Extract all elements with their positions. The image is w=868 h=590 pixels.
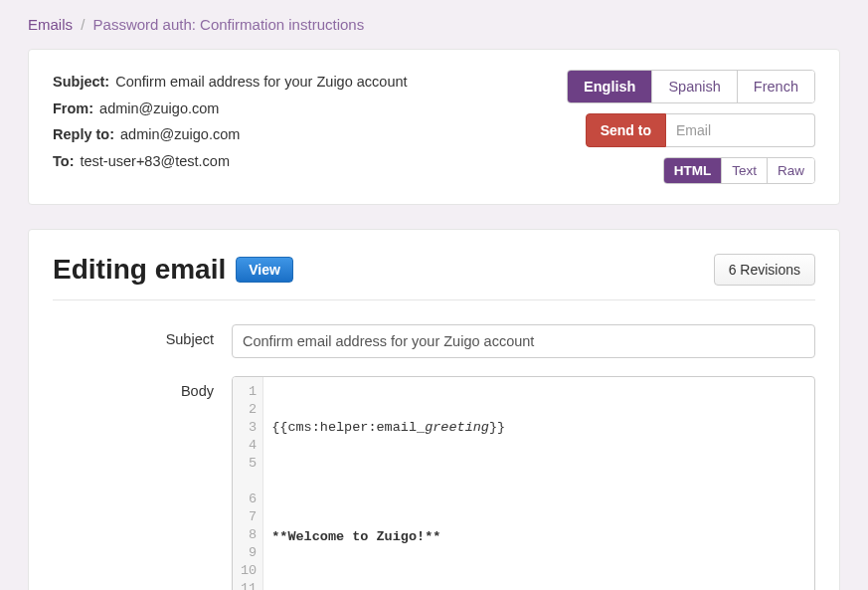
subject-input[interactable] <box>232 324 815 358</box>
send-to-row: Send to <box>586 113 815 147</box>
reply-to-value: admin@zuigo.com <box>120 126 240 142</box>
tab-raw[interactable]: Raw <box>768 158 814 183</box>
tab-spanish[interactable]: Spanish <box>652 71 737 102</box>
email-header-card: Subject:Confirm email address for your Z… <box>28 49 840 205</box>
from-label: From: <box>53 100 93 116</box>
subject-field-label: Subject <box>53 324 232 347</box>
breadcrumb-current: Password auth: Confirmation instructions <box>93 16 365 33</box>
breadcrumb-sep: / <box>81 16 85 33</box>
to-value: test-user+83@test.com <box>80 153 230 169</box>
body-field-label: Body <box>53 376 232 399</box>
tab-html[interactable]: HTML <box>664 158 723 183</box>
breadcrumb: Emails / Password auth: Confirmation ins… <box>28 16 840 33</box>
reply-to-label: Reply to: <box>53 126 114 142</box>
subject-value: Confirm email address for your Zuigo acc… <box>115 74 407 90</box>
view-button[interactable]: View <box>236 257 293 283</box>
subject-row: Subject <box>53 324 815 358</box>
body-code[interactable]: {{cms:helper:email_greeting}} **Welcome … <box>263 377 814 590</box>
breadcrumb-root[interactable]: Emails <box>28 16 73 33</box>
line-gutter: 1 2 3 4 5 6 7 8 9 10 11 <box>233 377 263 590</box>
editor-card: Editing email View 6 Revisions Subject B… <box>28 229 840 590</box>
tab-english[interactable]: English <box>568 71 652 102</box>
tab-text[interactable]: Text <box>722 158 768 183</box>
send-to-input[interactable] <box>666 113 815 147</box>
send-to-button[interactable]: Send to <box>586 113 666 147</box>
format-tabs: HTML Text Raw <box>663 157 815 184</box>
editor-header: Editing email View 6 Revisions <box>53 254 815 300</box>
tab-french[interactable]: French <box>738 71 814 102</box>
from-value: admin@zuigo.com <box>99 100 219 116</box>
email-controls: English Spanish French Send to HTML Text… <box>567 70 815 184</box>
body-row: Body 1 2 3 4 5 6 7 8 9 10 1 <box>53 376 815 590</box>
body-editor[interactable]: 1 2 3 4 5 6 7 8 9 10 11 {{cms:he <box>232 376 815 590</box>
page-title: Editing email <box>53 254 226 286</box>
revisions-button[interactable]: 6 Revisions <box>714 254 815 286</box>
to-label: To: <box>53 153 74 169</box>
email-meta: Subject:Confirm email address for your Z… <box>53 70 551 176</box>
language-tabs: English Spanish French <box>567 70 815 103</box>
subject-label: Subject: <box>53 74 109 90</box>
